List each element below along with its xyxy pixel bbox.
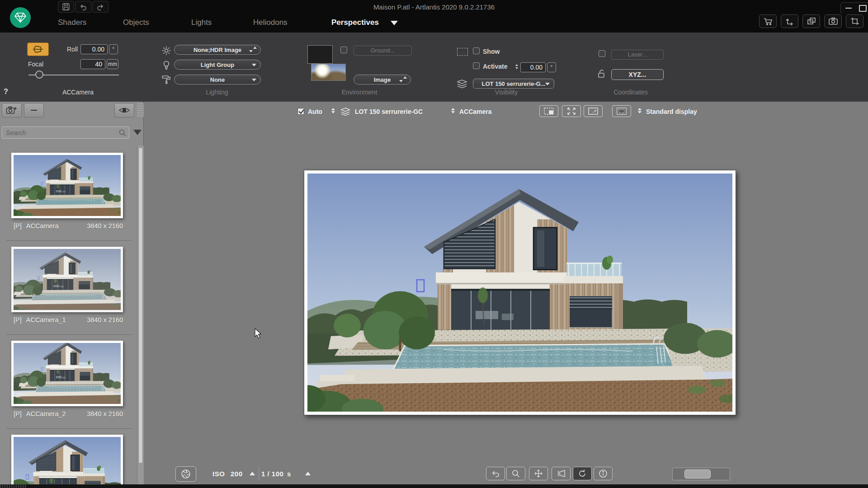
panel-resize-handle[interactable] <box>137 103 144 117</box>
minus-icon <box>31 110 37 111</box>
active-layer-label[interactable]: LOT 150 serrurerie-GC <box>355 108 423 115</box>
focal-slider-knob[interactable] <box>35 70 43 79</box>
viewpoint-thumbnail[interactable] <box>11 341 123 406</box>
help-button[interactable]: ? <box>4 88 8 96</box>
iso-stepper-up[interactable] <box>250 472 255 475</box>
angle-unit: ° <box>547 62 556 72</box>
camera-body-icon <box>32 45 44 54</box>
ground-checkbox[interactable] <box>340 47 347 53</box>
angle-field[interactable]: 0.00 <box>520 62 546 72</box>
expand-arrows-icon <box>566 107 576 115</box>
roll-unit: ° <box>109 44 118 54</box>
mouse-cursor <box>255 328 263 340</box>
show-checkbox[interactable] <box>473 47 480 54</box>
zoom-tool-button[interactable] <box>506 467 525 480</box>
light-group-value: Light Group <box>201 61 234 68</box>
roll-field[interactable]: 0.00 <box>80 44 108 54</box>
duplicate-icon <box>807 17 816 26</box>
maximize-button[interactable] <box>859 5 867 12</box>
refresh-preview-button[interactable] <box>573 467 592 480</box>
magnifier-icon <box>511 469 520 478</box>
menu-heliodons[interactable]: Heliodons <box>253 18 288 27</box>
camera-mode-button[interactable] <box>27 42 49 56</box>
store-button[interactable] <box>759 14 777 28</box>
render-preview[interactable] <box>304 170 736 415</box>
viewpoint-thumbnail[interactable] <box>11 435 123 484</box>
remove-camera-button[interactable] <box>24 103 44 117</box>
ground-button[interactable]: Ground... <box>354 46 412 56</box>
focal-unit: mm <box>107 59 118 69</box>
lock-open-icon <box>597 69 606 79</box>
viewpoint-label[interactable]: [P] ACCamera 3840 x 2160 <box>14 222 123 230</box>
minimize-button[interactable] <box>845 8 852 9</box>
render-window-button[interactable] <box>612 105 631 117</box>
duplicate-button[interactable] <box>802 14 820 28</box>
transform-button[interactable] <box>781 14 798 28</box>
environment-mode-value: Image <box>374 76 391 83</box>
focal-label: Focal <box>28 61 43 68</box>
preview-size-button[interactable] <box>539 105 558 117</box>
sky-lighting-select[interactable]: None;HDR Image <box>174 45 261 55</box>
search-input[interactable] <box>2 127 129 139</box>
laser-button[interactable]: Laser... <box>611 50 664 60</box>
preview-viewport[interactable]: Auto LOT 150 serrurerie-GC ACCamera <box>144 102 868 484</box>
shutter-stepper-up[interactable] <box>305 472 311 475</box>
list-divider <box>6 240 131 241</box>
layer-select[interactable]: LOT 150 serrurerie-G... <box>473 79 554 89</box>
coordinates-section-label: Coordinates <box>594 89 667 96</box>
camera-updown-icon[interactable] <box>451 108 455 113</box>
info-button[interactable] <box>594 467 613 480</box>
shutter-settings-button[interactable] <box>175 466 196 482</box>
sun-icon <box>161 46 171 56</box>
visibility-section-label: Visibility <box>470 89 542 96</box>
neon-shader-select[interactable]: None <box>174 75 261 84</box>
active-camera-label[interactable]: ACCamera <box>459 108 492 115</box>
viewpoint-thumbnail[interactable] <box>11 247 123 312</box>
iso-value: 200 <box>231 470 243 478</box>
xyz-button[interactable]: XYZ... <box>611 69 664 80</box>
laser-checkbox[interactable] <box>599 50 605 57</box>
snapshot-button[interactable] <box>824 14 842 28</box>
aperture-icon <box>180 469 191 479</box>
fit-view-button[interactable] <box>562 105 581 117</box>
resize-frame-icon <box>543 107 554 115</box>
camera-move-button[interactable] <box>552 467 571 480</box>
viewpoint-label[interactable]: [P] ACCamera_1 3840 x 2160 <box>14 316 123 324</box>
display-updown-icon[interactable] <box>638 108 642 113</box>
viewpoint-label[interactable]: [P] ACCamera_2 3840 x 2160 <box>14 410 123 418</box>
visibility-eye-button[interactable] <box>114 103 134 117</box>
artlantis-logo <box>10 7 31 28</box>
light-group-select[interactable]: Light Group <box>174 60 261 70</box>
render-area-button[interactable] <box>846 14 863 28</box>
menu-perspectives[interactable]: Perspectives <box>331 18 398 27</box>
hdr-image-preview[interactable] <box>311 64 346 81</box>
scrollbar-thumb[interactable] <box>138 147 143 464</box>
restore-frame-button[interactable] <box>584 105 603 117</box>
focal-field[interactable]: 40 <box>80 59 105 69</box>
select-down-icon <box>252 79 256 81</box>
environment-mode-select[interactable]: Image <box>354 75 411 84</box>
preview-zoom-slider[interactable] <box>672 468 730 480</box>
maximize-icon <box>859 5 867 12</box>
undo-view-button[interactable] <box>486 467 505 480</box>
pan-tool-button[interactable] <box>529 467 548 480</box>
menu-objects[interactable]: Objects <box>123 18 149 27</box>
sidebar-scrollbar[interactable] <box>137 145 144 488</box>
auto-checkbox[interactable] <box>297 108 304 115</box>
artlantis-window: Maison P.atl - Artlantis 2020 9.0.2.2173… <box>0 0 868 488</box>
angle-stepper[interactable] <box>515 64 518 69</box>
activate-checkbox[interactable] <box>473 62 480 69</box>
window-controls <box>840 2 868 14</box>
layer-updown-icon[interactable] <box>331 108 335 113</box>
frame-arrow-icon <box>588 107 599 115</box>
filter-dropdown-button[interactable] <box>133 130 142 135</box>
four-way-arrows-icon <box>534 469 543 478</box>
viewpoint-thumbnail[interactable] <box>11 153 123 218</box>
display-mode-label[interactable]: Standard display <box>646 108 697 115</box>
preview-zoom-handle[interactable] <box>684 469 711 479</box>
shutter-unit: s <box>287 470 291 478</box>
background-preview[interactable] <box>307 45 333 64</box>
menu-lights[interactable]: Lights <box>191 18 212 27</box>
add-camera-button[interactable] <box>2 103 22 117</box>
menu-shaders[interactable]: Shaders <box>58 18 86 27</box>
